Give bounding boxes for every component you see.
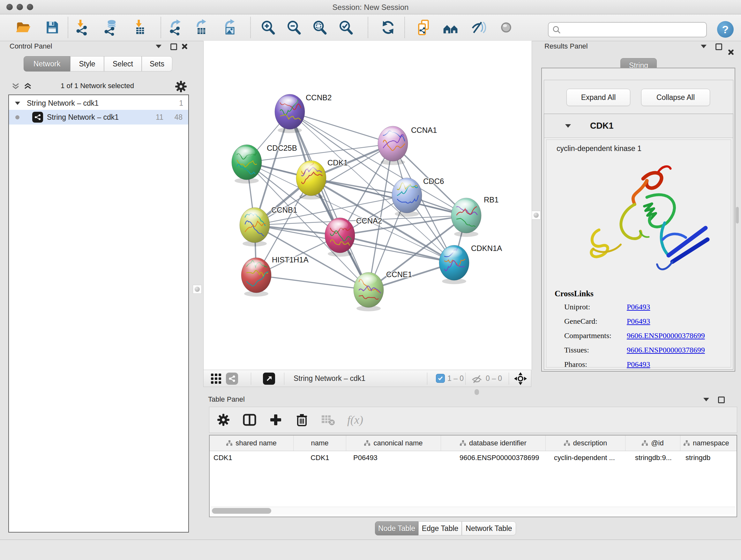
table-horizontal-scrollbar[interactable]	[211, 507, 736, 515]
table-panel-float-icon[interactable]	[718, 396, 725, 403]
cell-namespace[interactable]: stringdb	[680, 451, 737, 464]
cytoscape-window: Session: New Session	[0, 0, 741, 560]
hierarchy-icon	[460, 440, 466, 446]
network-node-ccnb2[interactable]	[275, 94, 305, 133]
tab-node-table[interactable]: Node Table	[375, 521, 418, 536]
column-header-id[interactable]: @id	[625, 435, 680, 451]
cell-shared-name[interactable]: CDK1	[210, 451, 293, 464]
cell-description[interactable]: cyclin-dependent ...	[546, 451, 625, 464]
show-columns-button[interactable]	[243, 413, 257, 427]
table-settings-button[interactable]	[216, 413, 230, 427]
tab-select[interactable]: Select	[104, 56, 142, 71]
network-node-cdc25b[interactable]	[232, 145, 262, 184]
network-tree-root-row[interactable]: String Network – cdk1 1	[9, 97, 188, 110]
network-edge[interactable]	[290, 112, 393, 144]
network-tree-row-selected[interactable]: String Network – cdk1 11 48	[9, 110, 188, 125]
network-node-cdk1[interactable]	[296, 159, 326, 199]
crosslink-value[interactable]: 9606.ENSP00000378699	[627, 346, 705, 354]
results-scrollbar-thumb[interactable]	[736, 207, 739, 224]
control-panel-menu-icon[interactable]	[156, 45, 161, 48]
plus-icon	[270, 414, 282, 426]
birds-eye-view-button[interactable]	[497, 18, 515, 37]
results-panel-menu-icon[interactable]	[701, 45, 706, 48]
zoom-out-button[interactable]	[285, 18, 303, 37]
table-toolbar: f(x)	[209, 407, 737, 433]
selected-checkbox[interactable]	[436, 374, 445, 383]
network-canvas[interactable]: CCNB2CCNA1CDC25BCDK1CDC6RB1CCNB1CCNA2CDK…	[203, 41, 532, 370]
network-edge[interactable]	[256, 275, 368, 290]
cell-database-identifier[interactable]: 9606.ENSP00000378699	[441, 451, 546, 464]
hidden-eye-slash-icon[interactable]	[471, 375, 482, 383]
zoom-in-button[interactable]	[259, 18, 277, 37]
column-header-name[interactable]: name	[293, 435, 346, 451]
control-panel-close-icon[interactable]	[181, 44, 187, 49]
search-input[interactable]	[561, 25, 706, 34]
right-divider-handle[interactable]	[532, 211, 541, 220]
collapse-all-networks-icon[interactable]	[23, 82, 32, 91]
help-button[interactable]: ?	[717, 21, 734, 38]
open-session-button[interactable]	[14, 18, 32, 37]
collapse-all-button[interactable]: Collapse All	[641, 89, 710, 106]
open-in-new-window-button[interactable]	[263, 373, 275, 385]
network-options-gear-icon[interactable]	[175, 80, 187, 92]
column-header-canonical-name[interactable]: canonical name	[346, 435, 441, 451]
gene-entry-header[interactable]: CDK1	[544, 114, 733, 138]
control-panel-float-icon[interactable]	[171, 44, 177, 50]
column-header-shared-name[interactable]: shared name	[210, 435, 293, 451]
tab-edge-table[interactable]: Edge Table	[418, 521, 462, 536]
graphics-details-button[interactable]	[470, 18, 488, 37]
network-edge[interactable]	[340, 235, 454, 263]
network-node-ccnb1[interactable]	[240, 207, 270, 246]
node-label-ccna2: CCNA2	[356, 216, 382, 225]
network-node-hist1h1a[interactable]	[241, 258, 271, 297]
column-header-description[interactable]: description	[546, 435, 625, 451]
birdseye-pan-icon[interactable]	[514, 372, 527, 385]
network-node-ccne1[interactable]	[354, 272, 384, 311]
results-panel-float-icon[interactable]	[716, 44, 722, 50]
network-node-ccna1[interactable]	[378, 126, 408, 165]
crosslink-value[interactable]: P06493	[627, 317, 705, 326]
table-row[interactable]: CDK1 CDK1 P06493 9606.ENSP00000378699 cy…	[210, 451, 737, 464]
cell-name[interactable]: CDK1	[293, 451, 346, 464]
tab-sets[interactable]: Sets	[142, 56, 172, 71]
horizontal-divider-handle[interactable]	[475, 389, 479, 395]
crosslink-value[interactable]: 9606.ENSP00000378699	[627, 331, 705, 340]
expand-all-networks-icon[interactable]	[11, 82, 20, 91]
zoom-selected-button[interactable]	[337, 18, 355, 37]
crosslink-value[interactable]: P06493	[627, 303, 705, 311]
scrollbar-thumb[interactable]	[212, 508, 271, 514]
network-icon-badge[interactable]	[226, 373, 238, 385]
table-panel-menu-icon[interactable]	[703, 398, 709, 401]
column-header-namespace[interactable]: namespace	[680, 435, 737, 451]
grid-view-icon[interactable]	[211, 373, 221, 384]
tab-network-table[interactable]: Network Table	[462, 521, 516, 536]
network-node-rb1[interactable]	[451, 198, 481, 237]
save-session-button[interactable]	[43, 18, 61, 37]
export-image-button[interactable]	[221, 18, 239, 37]
export-table-button[interactable]	[193, 18, 211, 37]
delete-column-button[interactable]	[295, 413, 309, 427]
import-network-database-button[interactable]	[102, 18, 120, 37]
expand-all-button[interactable]: Expand All	[566, 89, 630, 106]
network-node-cdkn1a[interactable]	[439, 245, 469, 284]
network-node-ccna2[interactable]	[325, 218, 355, 257]
entry-collapse-icon[interactable]	[565, 124, 571, 128]
zoom-fit-button[interactable]	[311, 18, 329, 37]
cell-id[interactable]: stringdb:9...	[625, 451, 680, 464]
tab-style[interactable]: Style	[70, 56, 104, 71]
export-network-button[interactable]	[167, 18, 185, 37]
tab-network[interactable]: Network	[23, 56, 70, 71]
network-snapshot-button[interactable]	[414, 18, 432, 37]
import-network-file-button[interactable]	[74, 18, 91, 37]
tree-expand-icon[interactable]	[15, 102, 20, 105]
apply-layout-button[interactable]	[379, 18, 397, 37]
netbar-separator	[509, 373, 509, 385]
left-divider-handle[interactable]	[193, 285, 202, 294]
welcome-screen-button[interactable]	[442, 18, 460, 37]
import-table-button[interactable]	[131, 18, 149, 37]
crosslink-value[interactable]: P06493	[627, 360, 705, 369]
cell-canonical-name[interactable]: P06493	[346, 451, 441, 464]
add-column-button[interactable]	[269, 413, 283, 427]
results-panel-close-icon[interactable]	[728, 49, 733, 55]
column-header-database-identifier[interactable]: database identifier	[441, 435, 546, 451]
